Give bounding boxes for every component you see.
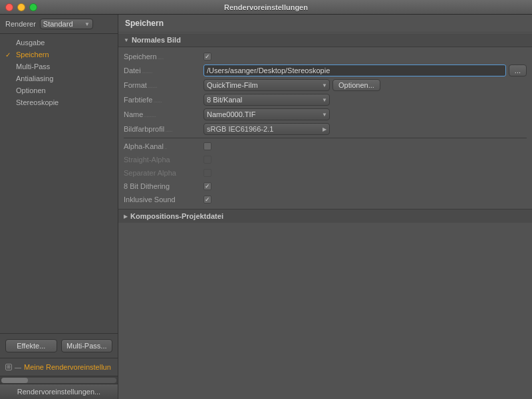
format-dots: ........ xyxy=(148,82,157,89)
separater-alpha-checkbox[interactable] xyxy=(203,169,211,177)
check-icon: ✓ xyxy=(5,51,11,59)
name-label: Name .......... xyxy=(124,110,203,118)
main-layout: Renderer Standard ▼ Ausgabe ✓ Speichern … xyxy=(0,15,532,399)
format-value: QuickTime-Film ▼ Optionen... xyxy=(203,79,527,91)
bildfarbprofil-label-text: Bildfarbprofil xyxy=(124,125,164,133)
sidebar-item-label: Stereoskopie xyxy=(16,98,59,106)
preset-item[interactable]: ⊞ — Meine Rendervoreinstellun xyxy=(0,361,118,373)
format-select-wrapper: QuickTime-Film ▼ xyxy=(203,79,330,91)
effekte-button[interactable]: Effekte... xyxy=(5,339,57,352)
farbtiefe-dots: ....... xyxy=(153,96,161,104)
scrollbar-track xyxy=(1,378,116,383)
bit-dithering-label-text: 8 Bit Dithering xyxy=(124,182,170,190)
chevron-right-icon: ▶ xyxy=(323,126,327,132)
alpha-kanal-value xyxy=(203,142,527,150)
inklusive-sound-label: Inklusive Sound xyxy=(124,196,203,203)
farbtiefe-select-wrapper: 8 Bit/Kanal ▼ xyxy=(203,94,330,106)
name-row: Name .......... Name0000.TIF ▼ xyxy=(124,107,527,122)
triangle-down-icon: ▼ xyxy=(124,37,129,43)
maximize-button[interactable] xyxy=(29,3,37,11)
komposition-label: Kompositions-Projektdatei xyxy=(130,212,223,220)
name-label-text: Name xyxy=(124,110,143,118)
straight-alpha-label-text: Straight-Alpha xyxy=(124,156,170,164)
straight-alpha-checkbox[interactable] xyxy=(203,156,211,164)
format-select[interactable]: QuickTime-Film xyxy=(203,79,330,91)
traffic-lights xyxy=(5,3,37,11)
datei-browse-button[interactable]: ... xyxy=(509,65,527,76)
normales-bild-label: Normales Bild xyxy=(132,36,181,44)
datei-dots: ......... xyxy=(142,67,152,74)
format-label: Format ........ xyxy=(124,81,203,89)
bit-dithering-value xyxy=(203,182,527,190)
bildfarbprofil-value: sRGB IEC61966-2.1 ▶ xyxy=(203,123,527,135)
separater-alpha-row: Separater Alpha xyxy=(124,166,527,180)
inklusive-sound-checkbox[interactable] xyxy=(203,196,211,203)
renderer-row: Renderer Standard ▼ xyxy=(0,15,118,34)
form-area: Speichern ..... Datei ......... xyxy=(118,47,532,209)
name-select[interactable]: Name0000.TIF xyxy=(203,108,330,120)
name-select-wrapper: Name0000.TIF ▼ xyxy=(203,108,330,120)
separater-alpha-label-text: Separater Alpha xyxy=(124,169,176,177)
content-header: Speichern xyxy=(118,15,532,33)
farbtiefe-label-text: Farbtiefe xyxy=(124,96,152,104)
dash-icon: — xyxy=(15,364,21,371)
speichern-dots: ..... xyxy=(158,53,164,61)
scrollbar-thumb[interactable] xyxy=(1,378,28,383)
sidebar: Renderer Standard ▼ Ausgabe ✓ Speichern … xyxy=(0,15,118,399)
preset-icon: ⊞ xyxy=(5,364,12,370)
horizontal-scrollbar[interactable] xyxy=(0,376,118,384)
sidebar-item-label: Ausgabe xyxy=(16,39,45,47)
farbtiefe-row: Farbtiefe ....... 8 Bit/Kanal ▼ xyxy=(124,92,527,107)
separater-alpha-value xyxy=(203,169,527,177)
bildfarbprofil-select[interactable]: sRGB IEC61966-2.1 ▶ xyxy=(203,123,330,135)
bildfarbprofil-label: Bildfarbprofil ...... xyxy=(124,125,203,133)
preset-area: ⊞ — Meine Rendervoreinstellun xyxy=(0,358,118,376)
rendervoreinstellungen-button[interactable]: Rendervoreinstellungen... xyxy=(0,384,118,399)
sidebar-item-ausgabe[interactable]: Ausgabe xyxy=(0,37,118,49)
inklusive-sound-label-text: Inklusive Sound xyxy=(124,196,176,203)
renderer-select[interactable]: Standard ▼ xyxy=(40,19,93,29)
sidebar-item-speichern[interactable]: ✓ Speichern xyxy=(0,49,118,61)
datei-input[interactable] xyxy=(203,65,506,76)
speichern-label: Speichern ..... xyxy=(124,53,203,61)
renderer-label: Renderer xyxy=(5,20,36,28)
farbtiefe-select[interactable]: 8 Bit/Kanal xyxy=(203,94,330,106)
komposition-section-header[interactable]: ▶ Kompositions-Projektdatei xyxy=(118,209,532,223)
bit-dithering-row: 8 Bit Dithering xyxy=(124,180,527,193)
sidebar-item-label: Antialiasing xyxy=(16,74,53,82)
alpha-kanal-dots: .. xyxy=(164,143,167,150)
farbtiefe-label: Farbtiefe ....... xyxy=(124,96,203,104)
bildfarbprofil-text: sRGB IEC61966-2.1 xyxy=(207,125,273,133)
sidebar-item-optionen[interactable]: Optionen xyxy=(0,84,118,96)
bit-dithering-checkbox[interactable] xyxy=(203,182,211,190)
bit-dithering-label: 8 Bit Dithering xyxy=(124,182,203,190)
window-title: Rendervoreinstellungen xyxy=(224,3,308,11)
normales-bild-section-header[interactable]: ▼ Normales Bild xyxy=(118,33,532,47)
separater-alpha-label: Separater Alpha xyxy=(124,169,203,177)
alpha-kanal-checkbox[interactable] xyxy=(203,142,211,150)
sidebar-item-stereoskopie[interactable]: Stereoskopie xyxy=(0,96,118,108)
sidebar-item-antialiasing[interactable]: Antialiasing xyxy=(0,72,118,84)
sidebar-item-multipass[interactable]: Multi-Pass xyxy=(0,61,118,72)
speichern-value xyxy=(203,53,527,61)
speichern-checkbox[interactable] xyxy=(203,53,211,61)
minimize-button[interactable] xyxy=(17,3,25,11)
close-button[interactable] xyxy=(5,3,13,11)
straight-alpha-row: Straight-Alpha xyxy=(124,153,527,166)
nav-items: Ausgabe ✓ Speichern Multi-Pass Antialias… xyxy=(0,34,118,333)
inklusive-sound-row: Inklusive Sound xyxy=(124,193,527,206)
sidebar-item-label: Multi-Pass xyxy=(16,63,50,70)
sidebar-item-label: Speichern xyxy=(16,51,49,59)
datei-label-text: Datei xyxy=(124,66,141,74)
inklusive-sound-value xyxy=(203,196,527,203)
datei-label: Datei ......... xyxy=(124,66,203,74)
chevron-down-icon: ▼ xyxy=(84,21,90,27)
name-dots: .......... xyxy=(144,111,156,118)
format-label-text: Format xyxy=(124,81,147,89)
content-area: Speichern ▼ Normales Bild Speichern ....… xyxy=(118,15,532,399)
speichern-row: Speichern ..... xyxy=(124,50,527,63)
triangle-right-icon: ▶ xyxy=(124,213,128,219)
sidebar-bottom-buttons: Effekte... Multi-Pass... xyxy=(0,333,118,358)
format-options-button[interactable]: Optionen... xyxy=(332,79,380,91)
multipass-button[interactable]: Multi-Pass... xyxy=(61,339,113,352)
